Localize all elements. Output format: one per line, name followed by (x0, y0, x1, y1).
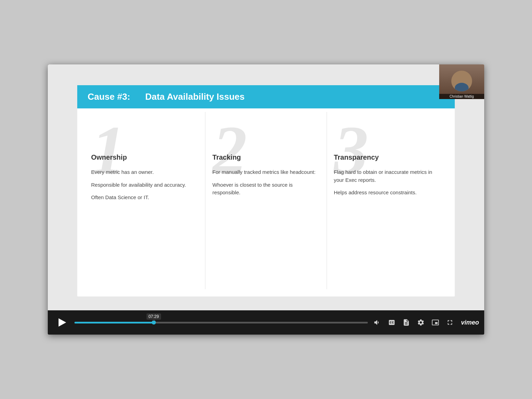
ownership-p2: Responsible for availability and accurac… (91, 181, 186, 189)
slide-main-title: Data Availability Issues (145, 91, 245, 102)
captions-icon[interactable] (387, 317, 397, 328)
slide-header: Cause #3: Data Availability Issues 7 (77, 85, 455, 108)
fullscreen-icon[interactable] (445, 317, 455, 328)
column-ownership: 1 Ownership Every metric has an owner. R… (84, 112, 205, 289)
play-icon (59, 318, 66, 327)
settings-icon[interactable] (416, 317, 426, 328)
slide-cause-label: Cause #3: (88, 91, 130, 102)
column-tracking: 2 Tracking For manually tracked metrics … (205, 112, 327, 289)
tracking-p1: For manually tracked metrics like headco… (212, 168, 319, 176)
column-text-transparency: Flag hard to obtain or inaccurate metric… (334, 168, 441, 202)
column-text-tracking: For manually tracked metrics like headco… (212, 168, 319, 202)
speaker-thumbnail: Christian Wattig (439, 64, 484, 99)
pip-icon[interactable] (430, 317, 441, 328)
ownership-p3: Often Data Science or IT. (91, 194, 186, 202)
transparency-p1: Flag hard to obtain or inaccurate metric… (334, 168, 441, 184)
columns-area: 1 Ownership Every metric has an owner. R… (77, 108, 455, 296)
ownership-p1: Every metric has an owner. (91, 168, 186, 176)
column-title-ownership: Ownership (91, 153, 127, 161)
slide-content: Cause #3: Data Availability Issues 7 1 O… (77, 85, 455, 296)
slide-area: Christian Wattig Cause #3: Data Availabi… (48, 64, 484, 310)
column-text-ownership: Every metric has an owner. Responsible f… (91, 168, 186, 206)
column-title-transparency: Transparency (334, 153, 379, 161)
slide-title: Cause #3: Data Availability Issues (88, 91, 245, 102)
tracking-p2: Whoever is closest to the source is resp… (212, 181, 319, 197)
volume-icon[interactable] (372, 317, 382, 328)
progress-container[interactable]: 07:29 (74, 319, 368, 326)
transparency-p2: Helps address resource constraints. (334, 189, 441, 197)
transcript-icon[interactable] (401, 317, 411, 328)
controls-bar: 07:29 (48, 310, 484, 335)
vimeo-logo: vimeo (461, 319, 479, 326)
column-transparency: 3 Transparency Flag hard to obtain or in… (327, 112, 448, 289)
speaker-name: Christian Wattig (439, 94, 484, 99)
time-tooltip: 07:29 (147, 313, 161, 320)
video-player: Christian Wattig Cause #3: Data Availabi… (48, 64, 484, 335)
progress-bar-bg (74, 322, 368, 323)
play-button[interactable] (53, 314, 70, 331)
speaker-figure (451, 71, 472, 91)
column-title-tracking: Tracking (212, 153, 241, 161)
progress-bar-fill (74, 322, 154, 323)
